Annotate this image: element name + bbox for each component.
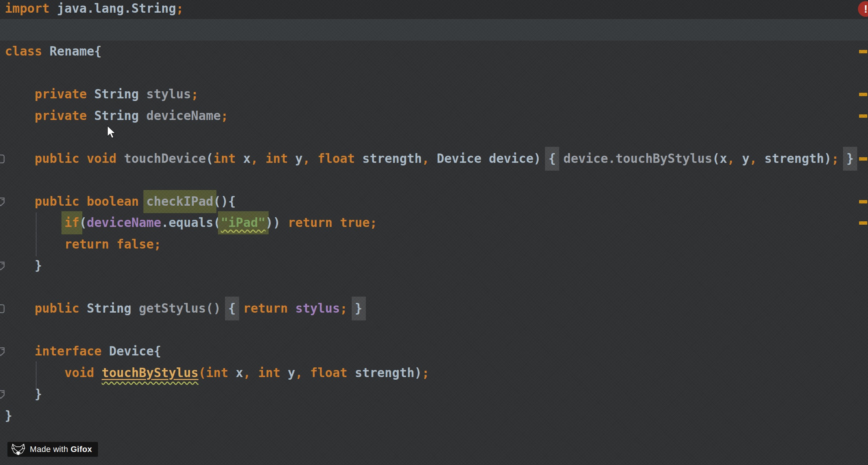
code-token [5, 150, 35, 167]
code-token: public boolean [35, 193, 139, 210]
watermark-gifox: Gifox [70, 445, 92, 454]
code-token [258, 150, 266, 167]
code-token: Device device) [429, 150, 548, 167]
code-line-20: } [5, 407, 12, 424]
code-token: , [251, 150, 258, 167]
gifox-watermark: Made with Gifox [7, 442, 98, 457]
code-token: ( [206, 150, 213, 167]
code-token [79, 300, 87, 317]
code-token: strength [355, 150, 422, 167]
code-token: int [213, 150, 236, 167]
change-marker-dash[interactable] [859, 221, 867, 225]
code-token [5, 86, 35, 103]
code-token: int [258, 364, 281, 382]
code-token: , [243, 364, 251, 382]
code-token: import [5, 0, 50, 17]
code-token [5, 107, 35, 124]
code-token: ; [831, 150, 839, 167]
code-line-6: private String deviceName; [5, 107, 228, 124]
code-token: ; [176, 0, 184, 17]
code-token: java.lang.String [50, 0, 176, 17]
ide-editor-window: import java.lang.String;class Rename{ pr… [0, 0, 868, 465]
code-token: ; [154, 236, 161, 253]
code-line-11: if(deviceName.equals("iPad")) return tru… [5, 214, 377, 231]
gutter-pentagon-icon[interactable] [0, 347, 5, 358]
code-token [5, 236, 64, 253]
code-token [94, 364, 102, 382]
code-editor-area[interactable]: import java.lang.String;class Rename{ pr… [0, 0, 868, 465]
code-line-1: import java.lang.String; [5, 0, 184, 17]
code-line-18: void touchByStylus(int x, int y, float s… [5, 364, 429, 382]
code-token [139, 86, 146, 103]
code-token: return false [64, 236, 154, 253]
code-token: { [548, 150, 556, 167]
change-marker-dash[interactable] [859, 200, 867, 203]
gutter-pentagon-icon[interactable] [0, 197, 5, 208]
code-token: return true [288, 214, 370, 231]
code-token: x [228, 364, 243, 382]
change-marker-dash[interactable] [859, 50, 867, 53]
code-token: y [281, 364, 295, 382]
code-token: String [87, 300, 132, 317]
code-token: equals [169, 214, 213, 231]
code-token: deviceName [87, 214, 161, 231]
code-token [556, 150, 563, 167]
code-line-17: interface Device{ [5, 343, 161, 360]
gutter-square-icon[interactable] [0, 154, 5, 165]
code-token: y [735, 150, 750, 167]
code-line-8: public void touchDevice(int x, int y, fl… [5, 150, 854, 167]
code-token [839, 150, 846, 167]
code-token [5, 214, 64, 231]
code-token [221, 300, 228, 317]
code-token: ( [79, 214, 87, 231]
code-token: , [303, 150, 310, 167]
code-token: return [243, 300, 288, 317]
gutter-pentagon-icon[interactable] [0, 389, 5, 401]
code-token: , [727, 150, 735, 167]
indent-guide [36, 361, 37, 390]
code-token: stylus [146, 86, 191, 103]
code-token: public [35, 300, 79, 317]
code-token [251, 364, 258, 382]
code-token: { [228, 300, 236, 317]
gutter-pentagon-icon[interactable] [0, 261, 5, 272]
code-token [132, 300, 139, 317]
code-token: deviceName [146, 107, 221, 124]
code-token: strength [348, 364, 415, 382]
code-line-3: class Rename{ [5, 43, 102, 60]
error-indicator-label: ! [864, 3, 868, 15]
code-token: (){ [213, 193, 236, 210]
gutter-square-icon[interactable] [0, 304, 5, 315]
code-token: int [206, 364, 228, 382]
code-token: Device{ [102, 343, 161, 360]
code-line-15: public String getStylus() { return stylu… [5, 300, 362, 317]
code-token [5, 300, 35, 317]
code-token: } [846, 150, 854, 167]
code-token [117, 150, 124, 167]
code-token: int [266, 150, 288, 167]
code-token [5, 343, 35, 360]
code-token: if [64, 214, 79, 231]
code-token [87, 86, 94, 103]
change-marker-dash[interactable] [859, 93, 867, 96]
code-token [288, 300, 295, 317]
code-line-5: private String stylus; [5, 86, 199, 103]
code-token: , [422, 150, 429, 167]
code-token: x [236, 150, 251, 167]
code-token: ) [414, 364, 422, 382]
watermark-made-with: Made with [30, 445, 68, 454]
code-token [139, 107, 146, 124]
code-token [5, 193, 35, 210]
code-token: "iPad" [221, 214, 266, 231]
code-token: private [35, 86, 87, 103]
watermark-text: Made with Gifox [30, 445, 92, 454]
code-token: , [750, 150, 757, 167]
code-token [303, 364, 310, 382]
code-token: } [5, 257, 42, 274]
code-token: ; [340, 300, 348, 317]
mouse-cursor [107, 125, 117, 139]
code-token: void [64, 364, 94, 382]
change-marker-dash[interactable] [859, 114, 867, 118]
code-token: stylus [295, 300, 340, 317]
change-marker-dash[interactable] [859, 157, 867, 161]
